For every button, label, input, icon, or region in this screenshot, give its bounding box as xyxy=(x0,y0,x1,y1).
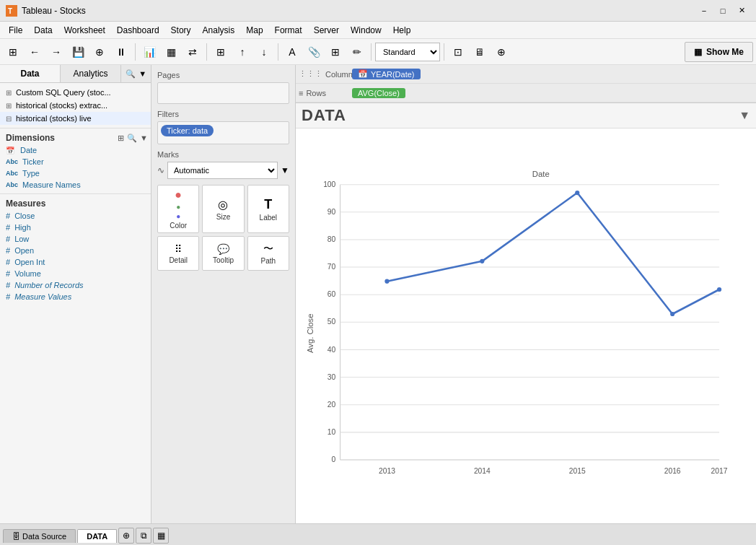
mark-tooltip-btn[interactable]: 💬 Tooltip xyxy=(202,236,244,271)
mark-color-btn[interactable]: ●●● Color xyxy=(157,185,199,233)
toolbar-fix-btn[interactable]: ⊡ xyxy=(448,42,468,62)
mark-label-btn[interactable]: T Label xyxy=(247,185,289,233)
close-button[interactable]: ✕ xyxy=(733,4,750,17)
toolbar-sep-5 xyxy=(444,43,444,61)
toolbar-sort-desc-btn[interactable]: ↓ xyxy=(254,42,274,62)
measure-numrecords[interactable]: # Number of Records xyxy=(0,279,151,291)
menu-map[interactable]: Map xyxy=(240,24,268,37)
tab-data[interactable]: Data xyxy=(0,65,61,82)
measure-open[interactable]: # Open xyxy=(0,245,151,256)
dimensions-more-btn[interactable]: ▼ xyxy=(140,134,148,143)
datasource-item-active[interactable]: ⊟ historical (stocks) live xyxy=(0,112,151,125)
maximize-button[interactable]: □ xyxy=(714,4,731,17)
panel-search-btn[interactable]: 🔍 xyxy=(124,68,137,80)
viz-title-dropdown[interactable]: ▼ xyxy=(739,109,750,122)
mark-detail-btn[interactable]: ⠿ Detail xyxy=(157,236,199,271)
rows-avg-pill[interactable]: AVG(Close) xyxy=(352,88,405,98)
dimension-mn-label: Measure Names xyxy=(22,180,81,189)
abc-icon-type: Abc xyxy=(6,170,18,177)
measure-close-label: Close xyxy=(14,212,35,220)
toolbar-share-btn[interactable]: ⊕ xyxy=(491,42,511,62)
toolbar-pause-btn[interactable]: ⏸ xyxy=(111,42,131,62)
marks-grid: ●●● Color ◎ Size T Label ⠿ Detail 💬 T xyxy=(157,185,289,271)
right-panel: ⋮⋮⋮ Columns 📅 YEAR(Date) ≡ Rows AVG(Clos… xyxy=(296,65,756,523)
measure-low-label: Low xyxy=(14,235,29,243)
measure-volume[interactable]: # Volume xyxy=(0,268,151,279)
tab-copy-btn[interactable]: ⧉ xyxy=(136,528,151,544)
menu-server[interactable]: Server xyxy=(308,24,345,37)
toolbar-forward-btn[interactable]: → xyxy=(46,42,66,62)
tab-add-btn[interactable]: ⊕ xyxy=(118,528,134,544)
svg-text:30: 30 xyxy=(328,373,336,381)
marks-dropdown-arrow: ▼ xyxy=(281,165,289,175)
dimension-type[interactable]: Abc Type xyxy=(0,167,151,179)
marks-wave-icon: ∿ xyxy=(157,165,164,175)
toolbar-sep-4 xyxy=(371,43,372,61)
marks-type-select[interactable]: Automatic Bar Line Area Circle Shape Tex… xyxy=(167,162,278,179)
toolbar-chart-btn[interactable]: 📊 xyxy=(139,42,159,62)
menu-worksheet[interactable]: Worksheet xyxy=(58,24,111,37)
app-title: Tableau - Stocks xyxy=(22,6,86,16)
sheet-data-tab[interactable]: DATA xyxy=(77,529,117,543)
toolbar-swap-btn[interactable]: ⇄ xyxy=(183,42,203,62)
minimize-button[interactable]: − xyxy=(695,4,713,17)
toolbar-addds-btn[interactable]: ⊕ xyxy=(89,42,110,62)
marks-type-row: ∿ Automatic Bar Line Area Circle Shape T… xyxy=(157,162,289,179)
menu-help[interactable]: Help xyxy=(387,24,417,37)
mark-path-btn[interactable]: 〜 Path xyxy=(247,236,289,271)
menu-story[interactable]: Story xyxy=(165,24,197,37)
measure-openint[interactable]: # Open Int xyxy=(0,256,151,268)
measure-values[interactable]: # Measure Values xyxy=(0,291,151,302)
menu-format[interactable]: Format xyxy=(269,24,308,37)
pages-section: Pages xyxy=(157,71,289,104)
dimensions-grid-btn[interactable]: ⊞ xyxy=(118,134,124,143)
menu-window[interactable]: Window xyxy=(345,24,387,37)
view-dropdown[interactable]: Standard Fit Width Fit Height Entire Vie… xyxy=(375,43,440,61)
measure-high[interactable]: # High xyxy=(0,222,151,233)
toolbar-caption-btn[interactable]: ⊞ xyxy=(325,42,346,62)
tab-filmstrip-btn[interactable]: ▦ xyxy=(153,528,169,544)
toolbar-group-btn[interactable]: ⊞ xyxy=(211,42,231,62)
toolbar-annotate-btn[interactable]: 📎 xyxy=(304,42,324,62)
datasource-item[interactable]: ⊞ historical (stocks) extrac... xyxy=(0,99,151,112)
toolbar-back-btn[interactable]: ← xyxy=(25,42,45,62)
measure-low[interactable]: # Low xyxy=(0,233,151,245)
mark-size-btn[interactable]: ◎ Size xyxy=(202,185,244,233)
menu-dashboard[interactable]: Dashboard xyxy=(111,24,165,37)
toolbar-new-btn[interactable]: ⊞ xyxy=(3,42,23,62)
toolbar-sep-2 xyxy=(206,43,207,61)
dimension-ticker[interactable]: Abc Ticker xyxy=(0,156,151,167)
datasource-label-active: historical (stocks) live xyxy=(16,114,92,123)
dimension-measure-names[interactable]: Abc Measure Names xyxy=(0,179,151,191)
toolbar-bar-btn[interactable]: ▦ xyxy=(161,42,181,62)
calendar-icon-sm: 📅 xyxy=(358,69,368,79)
menu-analysis[interactable]: Analysis xyxy=(197,24,241,37)
svg-text:60: 60 xyxy=(328,290,336,298)
dimension-date[interactable]: 📅 Date xyxy=(0,144,151,156)
toolbar-device-btn[interactable]: 🖥 xyxy=(470,42,490,62)
tooltip-icon: 💬 xyxy=(217,243,229,255)
tab-analytics[interactable]: Analytics xyxy=(61,65,121,82)
columns-year-pill[interactable]: 📅 YEAR(Date) xyxy=(352,69,421,79)
svg-text:50: 50 xyxy=(328,318,336,326)
measures-label: Measures xyxy=(6,199,45,209)
filter-ticker-pill[interactable]: Ticker: data xyxy=(161,125,214,136)
rows-text: Rows xyxy=(306,89,326,97)
toolbar-save-btn[interactable]: 💾 xyxy=(68,42,88,62)
dimension-date-label: Date xyxy=(20,146,37,154)
toolbar-sort-asc-btn[interactable]: ↑ xyxy=(232,42,252,62)
measure-close[interactable]: # Close xyxy=(0,210,151,222)
line-chart xyxy=(387,193,719,314)
dimensions-search-btn[interactable]: 🔍 xyxy=(127,134,137,143)
panel-menu-btn[interactable]: ▼ xyxy=(137,68,148,79)
toolbar-label-btn[interactable]: A xyxy=(282,42,302,62)
menu-file[interactable]: File xyxy=(3,24,28,37)
menu-data[interactable]: Data xyxy=(28,24,58,37)
toolbar-highlight-btn[interactable]: ✏ xyxy=(347,42,367,62)
datasource-item[interactable]: ⊞ Custom SQL Query (stoc... xyxy=(0,86,151,99)
rows-pill-label: AVG(Close) xyxy=(358,89,400,97)
data-source-tab[interactable]: 🗄 Data Source xyxy=(3,529,76,543)
svg-text:20: 20 xyxy=(328,401,336,409)
show-me-button[interactable]: ▦ Show Me xyxy=(685,42,753,62)
measure-volume-label: Volume xyxy=(14,269,41,278)
